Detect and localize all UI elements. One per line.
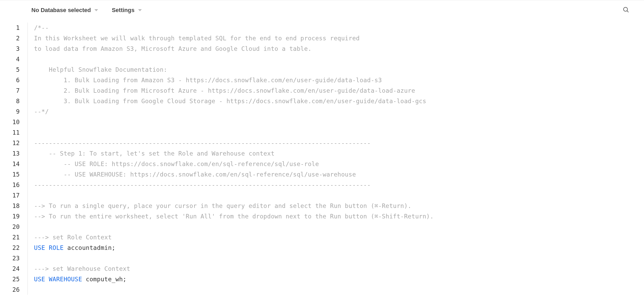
token-comment: ---> set Warehouse Context xyxy=(34,265,130,272)
code-line[interactable]: ----------------------------------------… xyxy=(34,138,434,148)
token-comment: 2. Bulk Loading from Microsoft Azure - h… xyxy=(34,87,415,94)
code-line[interactable]: -- Step 1: To start, let's set the Role … xyxy=(34,148,434,159)
token-text: compute_wh; xyxy=(82,276,127,283)
token-keyword: USE WAREHOUSE xyxy=(34,276,82,283)
token-comment: Helpful Snowflake Documentation: xyxy=(34,66,167,73)
token-comment: ----------------------------------------… xyxy=(34,140,371,146)
token-keyword: USE ROLE xyxy=(34,244,64,251)
code-content[interactable]: /*--In this Worksheet we will walk throu… xyxy=(27,20,434,295)
database-selector-label: No Database selected xyxy=(31,7,91,14)
line-number-gutter: 1234567891011121314151617181920212223242… xyxy=(0,20,27,295)
line-number: 4 xyxy=(0,54,20,64)
caret-down-icon xyxy=(94,9,98,11)
topbar-left-group: No Database selected Settings xyxy=(31,7,142,14)
code-line[interactable]: ----------------------------------------… xyxy=(34,180,434,190)
line-number: 20 xyxy=(0,222,20,232)
line-number: 8 xyxy=(0,96,20,106)
token-comment: -- USE WAREHOUSE: https://docs.snowflake… xyxy=(34,171,356,178)
code-line[interactable]: to load data from Amazon S3, Microsoft A… xyxy=(34,43,434,54)
gutter-divider xyxy=(27,23,28,295)
line-number: 13 xyxy=(0,148,20,159)
token-comment: ----------------------------------------… xyxy=(34,182,371,188)
line-number: 7 xyxy=(0,85,20,96)
line-number: 1 xyxy=(0,23,20,33)
code-line[interactable]: Helpful Snowflake Documentation: xyxy=(34,64,434,75)
code-line[interactable]: ---> set Role Context xyxy=(34,232,434,243)
line-number: 3 xyxy=(0,43,20,54)
code-editor[interactable]: 1234567891011121314151617181920212223242… xyxy=(0,20,644,295)
line-number: 2 xyxy=(0,33,20,43)
settings-selector-label: Settings xyxy=(112,7,134,14)
editor-topbar: No Database selected Settings xyxy=(0,0,644,20)
database-selector[interactable]: No Database selected xyxy=(31,7,98,14)
svg-line-1 xyxy=(627,10,629,12)
line-number: 9 xyxy=(0,106,20,117)
line-number: 10 xyxy=(0,117,20,127)
search-button[interactable] xyxy=(620,4,631,16)
settings-selector[interactable]: Settings xyxy=(112,7,142,14)
caret-down-icon xyxy=(138,9,142,11)
code-line[interactable] xyxy=(34,284,434,295)
token-comment: --> To run the entire worksheet, select … xyxy=(34,213,434,220)
code-line[interactable] xyxy=(34,117,434,127)
line-number: 22 xyxy=(0,243,20,253)
token-comment: --> To run a single query, place your cu… xyxy=(34,202,411,209)
token-comment: 1. Bulk Loading from Amazon S3 - https:/… xyxy=(34,77,382,84)
token-comment: to load data from Amazon S3, Microsoft A… xyxy=(34,45,312,52)
line-number: 26 xyxy=(0,284,20,295)
token-text: accountadmin; xyxy=(64,244,115,251)
line-number: 5 xyxy=(0,64,20,75)
token-comment: --*/ xyxy=(34,108,49,115)
code-line[interactable]: --> To run the entire worksheet, select … xyxy=(34,211,434,222)
line-number: 11 xyxy=(0,127,20,138)
code-line[interactable]: In this Worksheet we will walk through t… xyxy=(34,33,434,43)
token-comment: In this Worksheet we will walk through t… xyxy=(34,35,360,42)
code-line[interactable]: /*-- xyxy=(34,23,434,33)
code-line[interactable] xyxy=(34,127,434,138)
line-number: 24 xyxy=(0,263,20,274)
token-comment: 3. Bulk Loading from Google Cloud Storag… xyxy=(34,98,426,104)
line-number: 17 xyxy=(0,190,20,201)
token-comment: -- USE ROLE: https://docs.snowflake.com/… xyxy=(34,161,319,167)
line-number: 19 xyxy=(0,211,20,222)
search-icon xyxy=(623,6,629,13)
code-line[interactable]: --> To run a single query, place your cu… xyxy=(34,201,434,211)
line-number: 18 xyxy=(0,201,20,211)
code-line[interactable]: 2. Bulk Loading from Microsoft Azure - h… xyxy=(34,85,434,96)
code-line[interactable] xyxy=(34,54,434,64)
code-line[interactable] xyxy=(34,222,434,232)
line-number: 15 xyxy=(0,169,20,180)
code-line[interactable]: 3. Bulk Loading from Google Cloud Storag… xyxy=(34,96,434,106)
line-number: 23 xyxy=(0,253,20,263)
code-line[interactable]: ---> set Warehouse Context xyxy=(34,263,434,274)
code-line[interactable]: --*/ xyxy=(34,106,434,117)
code-line[interactable]: USE ROLE accountadmin; xyxy=(34,243,434,253)
code-line[interactable]: USE WAREHOUSE compute_wh; xyxy=(34,274,434,284)
token-comment: ---> set Role Context xyxy=(34,234,112,241)
code-line[interactable]: -- USE ROLE: https://docs.snowflake.com/… xyxy=(34,159,434,169)
line-number: 25 xyxy=(0,274,20,284)
line-number: 6 xyxy=(0,75,20,85)
token-comment: /*-- xyxy=(34,24,49,31)
code-line[interactable] xyxy=(34,190,434,201)
code-line[interactable]: -- USE WAREHOUSE: https://docs.snowflake… xyxy=(34,169,434,180)
svg-point-0 xyxy=(624,7,628,11)
line-number: 12 xyxy=(0,138,20,148)
code-line[interactable]: 1. Bulk Loading from Amazon S3 - https:/… xyxy=(34,75,434,85)
line-number: 21 xyxy=(0,232,20,243)
code-line[interactable] xyxy=(34,253,434,263)
line-number: 16 xyxy=(0,180,20,190)
line-number: 14 xyxy=(0,159,20,169)
token-comment: -- Step 1: To start, let's set the Role … xyxy=(34,150,275,157)
